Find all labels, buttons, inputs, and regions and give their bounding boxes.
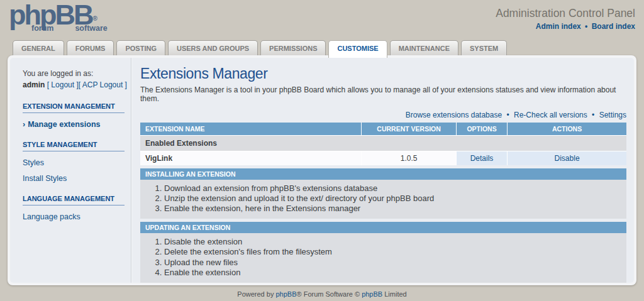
arrow-right-icon: › [23, 120, 25, 129]
tab-users-and-groups[interactable]: USERS AND GROUPS [168, 40, 258, 55]
group-label: Enabled Extensions [140, 136, 626, 151]
acp-title: Administration Control Panel [496, 7, 635, 20]
toolbar-separator: • [592, 111, 594, 119]
acp-logout-link[interactable]: [ ACP Logout ] [79, 80, 127, 89]
disable-link[interactable]: Disable [555, 154, 580, 163]
menu-title-language-management: LANGUAGE MANAGEMENT [23, 195, 125, 205]
sidebar-item-manage-extensions[interactable]: ›Manage extensions [23, 120, 131, 129]
toolbar-separator: • [506, 111, 509, 119]
logged-in-label: You are logged in as: [23, 68, 131, 79]
tab-maintenance[interactable]: MAINTENANCE [390, 40, 458, 55]
table-header-row: EXTENSION NAME CURRENT VERSION OPTIONS A… [140, 123, 626, 136]
section-title: UPDATING AN EXTENSION [140, 222, 626, 233]
toolbar-links: Browse extensions database • Re-Check al… [140, 111, 626, 119]
menu-title-extension-management: EXTENSION MANAGEMENT [23, 102, 125, 113]
username: admin [23, 80, 45, 89]
tab-customise[interactable]: CUSTOMISE [328, 40, 387, 58]
logout-link[interactable]: [ Logout ] [47, 80, 79, 89]
page-header: phpBB® forum software Administration Con… [0, 0, 644, 39]
settings-link[interactable]: Settings [599, 111, 626, 119]
column-extension-name: EXTENSION NAME [140, 123, 362, 136]
link-separator: • [585, 22, 587, 31]
sidebar: You are logged in as: admin [ Logout ][ … [10, 58, 131, 283]
registered-mark-icon: ® [92, 15, 97, 22]
column-current-version: CURRENT VERSION [362, 123, 457, 136]
tab-general[interactable]: GENERAL [13, 40, 64, 55]
footer-suffix-text: Limited [382, 290, 407, 298]
section-updating-an-extension: UPDATING AN EXTENSION Disable the extens… [140, 222, 626, 282]
section-title: INSTALLING AN EXTENSION [140, 168, 626, 180]
session-info: You are logged in as: admin [ Logout ][ … [23, 68, 131, 90]
step: Disable the extension [164, 237, 621, 247]
step: Download an extension from phpBB's exten… [164, 183, 621, 194]
powered-by-text: Powered by [237, 290, 275, 298]
details-link[interactable]: Details [470, 154, 494, 163]
browse-extensions-database-link[interactable]: Browse extensions database [406, 111, 502, 119]
step: Delete the extension's files from the fi… [164, 247, 621, 257]
tab-permissions[interactable]: PERMISSIONS [260, 40, 326, 55]
column-options: OPTIONS [456, 123, 507, 136]
section-installing-an-extension: INSTALLING AN EXTENSION Download an exte… [140, 168, 626, 219]
updating-steps: Disable the extension Delete the extensi… [164, 237, 621, 277]
footer-middle-text: ® Forum Software © [297, 290, 362, 298]
extension-name: VigLink [140, 151, 362, 166]
step: Upload the new files [164, 258, 621, 268]
phpbb-limited-link[interactable]: phpBB [362, 290, 382, 298]
phpbb-footer-link[interactable]: phpBB [275, 290, 296, 298]
sidebar-item-styles[interactable]: Styles [23, 158, 131, 167]
installing-steps: Download an extension from phpBB's exten… [164, 183, 621, 214]
recheck-all-versions-link[interactable]: Re-Check all versions [514, 111, 587, 119]
phpbb-logo[interactable]: phpBB® forum software [9, 0, 108, 33]
page-footer: Powered by phpBB® Forum Software © phpBB… [0, 285, 644, 298]
menu-title-style-management: STYLE MANAGEMENT [23, 141, 125, 151]
board-index-link[interactable]: Board index [592, 22, 635, 31]
content-area: Extensions Manager The Extensions Manage… [131, 58, 634, 283]
main-panel: You are logged in as: admin [ Logout ][ … [8, 55, 636, 285]
page-description: The Extensions Manager is a tool in your… [140, 85, 626, 103]
enabled-extensions-group-row: Enabled Extensions [140, 136, 626, 151]
extension-version: 1.0.5 [362, 151, 457, 166]
step: Unzip the extension and upload it to the… [164, 194, 621, 204]
admin-index-link[interactable]: Admin index [536, 22, 581, 31]
tab-forums[interactable]: FORUMS [67, 40, 114, 55]
table-row: VigLink 1.0.5 Details Disable [140, 151, 626, 166]
column-actions: ACTIONS [508, 123, 626, 136]
extensions-table: EXTENSION NAME CURRENT VERSION OPTIONS A… [140, 123, 626, 165]
page-title: Extensions Manager [140, 65, 626, 82]
tab-bar: GENERAL FORUMS POSTING USERS AND GROUPS … [0, 39, 644, 55]
tab-posting[interactable]: POSTING [116, 40, 165, 55]
step: Enable the extension, here in the Extens… [164, 204, 621, 214]
step: Enable the extension [164, 268, 621, 278]
sidebar-item-language-packs[interactable]: Language packs [23, 212, 131, 221]
header-links: Admin index • Board index [496, 22, 635, 31]
tab-system[interactable]: SYSTEM [461, 40, 507, 55]
sidebar-item-install-styles[interactable]: Install Styles [23, 174, 131, 183]
